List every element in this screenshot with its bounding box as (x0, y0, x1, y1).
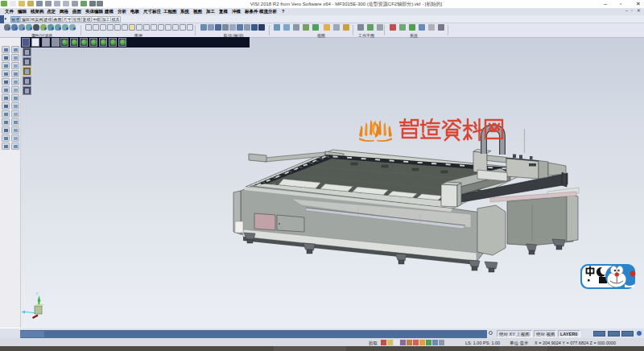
svg-text:Y: Y (35, 291, 39, 296)
